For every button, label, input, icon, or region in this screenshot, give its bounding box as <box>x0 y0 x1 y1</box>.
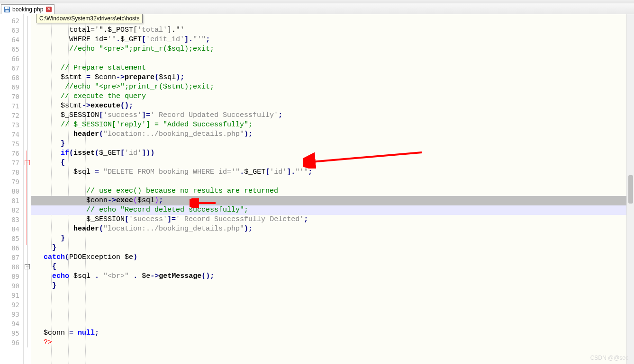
code-line[interactable]: $stmt->execute(); <box>31 101 634 111</box>
line-number-gutter: 6263646566676869707172737475767778798081… <box>0 14 24 364</box>
line-number: 63 <box>0 26 23 35</box>
line-number: 95 <box>0 328 23 338</box>
line-number: 70 <box>0 92 23 101</box>
line-number: 77 <box>0 158 23 168</box>
line-number: 80 <box>0 186 23 196</box>
code-line[interactable] <box>31 54 634 63</box>
svg-rect-3 <box>8 8 9 9</box>
code-line[interactable]: if(isset($_GET['id'])) <box>31 149 634 158</box>
code-line[interactable]: header("location:../booking_details.php"… <box>31 130 634 139</box>
line-number: 89 <box>0 272 23 281</box>
fold-gutter: −− <box>24 14 31 364</box>
scrollbar-thumb[interactable] <box>628 175 633 204</box>
line-number: 82 <box>0 205 23 215</box>
watermark: CSDN @@sec <box>590 355 628 361</box>
code-line[interactable]: $stmt = $conn->prepare($sql); <box>31 73 634 82</box>
line-number: 72 <box>0 111 23 120</box>
code-line[interactable]: // $_SESSION['reply'] = "Added Successfu… <box>31 120 634 130</box>
code-line[interactable]: } <box>31 234 634 243</box>
code-line[interactable]: } <box>31 243 634 253</box>
code-line[interactable]: // Prepare statement <box>31 63 634 73</box>
file-tab-active[interactable]: booking.php ✕ <box>1 4 54 14</box>
line-number: 90 <box>0 281 23 291</box>
code-line[interactable]: //echo "<pre>";print_r($sql);exit; <box>31 44 634 54</box>
line-number: 71 <box>0 101 23 111</box>
code-line[interactable]: total='".$_POST['total']."' <box>31 26 634 35</box>
code-line[interactable]: } <box>31 281 634 291</box>
line-number: 91 <box>0 291 23 300</box>
line-number: 88 <box>0 262 23 272</box>
line-number: 94 <box>0 319 23 328</box>
path-tooltip: C:\Windows\System32\drivers\etc\hosts <box>36 14 143 23</box>
code-line[interactable]: } <box>31 139 634 149</box>
line-number: 73 <box>0 120 23 130</box>
line-number: 68 <box>0 73 23 82</box>
code-line[interactable]: ?> <box>31 338 634 347</box>
code-line[interactable] <box>31 310 634 319</box>
line-number: 92 <box>0 300 23 310</box>
code-area[interactable]: total='".$_POST['total']."' WHERE id='".… <box>31 14 634 364</box>
code-line[interactable] <box>31 177 634 186</box>
code-line[interactable]: { <box>31 158 634 168</box>
code-line[interactable]: header("location:../booking_details.php"… <box>31 224 634 234</box>
code-editor[interactable]: 6263646566676869707172737475767778798081… <box>0 14 634 364</box>
close-tab-icon[interactable]: ✕ <box>46 7 52 12</box>
toolbar-strip <box>0 0 634 3</box>
code-line[interactable]: // execute the query <box>31 92 634 101</box>
line-number: 74 <box>0 130 23 139</box>
code-line[interactable]: //echo "<pre>";print_r($stmt);exit; <box>31 82 634 92</box>
line-number: 83 <box>0 215 23 224</box>
line-number: 79 <box>0 177 23 186</box>
line-number: 84 <box>0 224 23 234</box>
line-number: 81 <box>0 196 23 205</box>
code-line[interactable]: catch(PDOException $e) <box>31 253 634 262</box>
line-number: 96 <box>0 338 23 347</box>
line-number: 64 <box>0 35 23 44</box>
line-number: 67 <box>0 63 23 73</box>
code-line[interactable]: echo $sql . "<br>" . $e->getMessage(); <box>31 272 634 281</box>
code-line[interactable]: $_SESSION['success']=' Record Updated Su… <box>31 111 634 120</box>
code-line[interactable]: { <box>31 262 634 272</box>
code-line[interactable]: // use exec() because no results are ret… <box>31 186 634 196</box>
code-line[interactable]: WHERE id='".$_GET['edit_id']."'"; <box>31 35 634 44</box>
code-line[interactable] <box>31 291 634 300</box>
line-number: 66 <box>0 54 23 63</box>
tab-bar: booking.php ✕ <box>0 3 634 14</box>
line-number: 69 <box>0 82 23 92</box>
line-number: 75 <box>0 139 23 149</box>
svg-rect-1 <box>5 7 9 9</box>
fold-guide <box>27 16 27 347</box>
line-number: 78 <box>0 168 23 177</box>
code-line[interactable]: $sql = "DELETE FROM booking WHERE id='".… <box>31 168 634 177</box>
vertical-scrollbar[interactable] <box>626 14 634 364</box>
code-line[interactable]: $conn->exec($sql); <box>31 196 634 205</box>
line-number: 93 <box>0 310 23 319</box>
code-line[interactable]: // echo "Record deleted successfully"; <box>31 205 634 215</box>
line-number: 86 <box>0 243 23 253</box>
tab-filename: booking.php <box>12 6 43 13</box>
line-number: 87 <box>0 253 23 262</box>
line-number: 62 <box>0 16 23 26</box>
code-line[interactable] <box>31 300 634 310</box>
code-line[interactable]: $_SESSION['success']=' Record Successful… <box>31 215 634 224</box>
line-number: 76 <box>0 149 23 158</box>
code-line[interactable] <box>31 319 634 328</box>
code-line[interactable]: $conn = null; <box>31 328 634 338</box>
line-number: 85 <box>0 234 23 243</box>
svg-rect-2 <box>6 10 9 12</box>
line-number: 65 <box>0 44 23 54</box>
save-icon <box>4 6 10 13</box>
